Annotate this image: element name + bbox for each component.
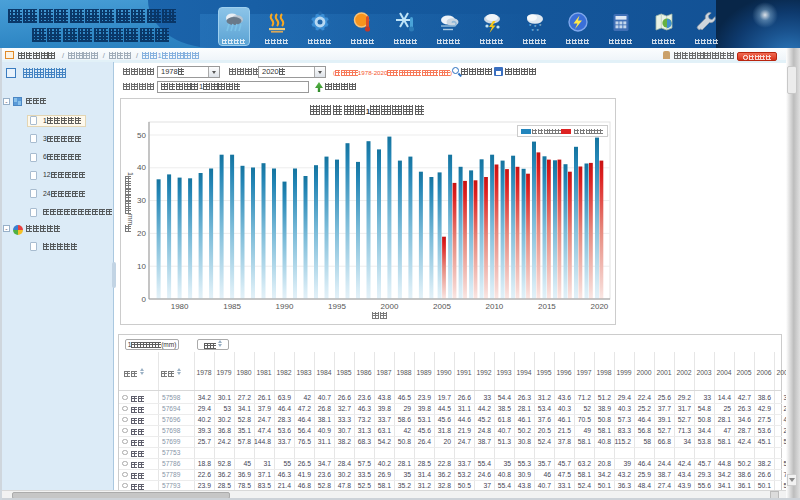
svg-text:10: 10 [137,262,146,271]
svg-text:2020: 2020 [591,302,609,311]
svg-text:0: 0 [142,295,147,304]
svg-text:30: 30 [137,196,146,205]
svg-text:1990: 1990 [276,302,294,311]
svg-text:2005: 2005 [433,302,451,311]
svg-text:2000: 2000 [381,302,399,311]
svg-text:1995: 1995 [328,302,346,311]
svg-text:1985: 1985 [223,302,241,311]
svg-text:40: 40 [137,163,146,172]
svg-text:2010: 2010 [486,302,504,311]
svg-text:1980: 1980 [171,302,189,311]
svg-text:20: 20 [137,229,146,238]
svg-text:*: * [539,23,542,29]
svg-text:50: 50 [137,131,146,140]
svg-text:2015: 2015 [538,302,556,311]
